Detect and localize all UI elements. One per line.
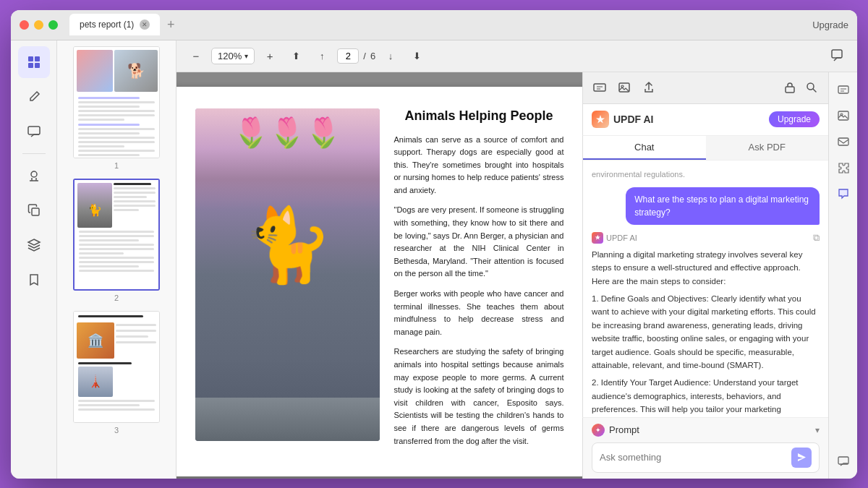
page-last-button[interactable]: ⬇: [406, 45, 427, 67]
svg-point-10: [621, 85, 624, 87]
thumb-line: [78, 150, 155, 152]
svg-rect-4: [28, 127, 40, 134]
page-first-button[interactable]: ⬆: [285, 45, 307, 67]
right-toolbar: [582, 72, 828, 104]
svg-rect-2: [28, 63, 33, 68]
close-button[interactable]: [20, 20, 29, 30]
sidebar-icon-pen[interactable]: [18, 81, 50, 113]
thumb-content-1: 🐕: [74, 47, 159, 158]
svg-rect-8: [594, 84, 605, 91]
minimize-button[interactable]: [34, 20, 43, 30]
thumb-line: [79, 270, 154, 272]
sidebar-icon-grid[interactable]: [18, 46, 50, 78]
pdf-viewer-wrapper: − 120% ▾ + ⬆ ↑ / 6 ↓ ⬇: [176, 40, 857, 479]
tab-close-icon[interactable]: ✕: [140, 20, 150, 30]
sidebar-divider: [22, 153, 46, 154]
pdf-body-text: Animals can serve as a source of comfort…: [394, 134, 564, 448]
thumb-line: [116, 335, 148, 338]
svg-rect-3: [35, 63, 40, 68]
tab-pets-report[interactable]: pets report (1) ✕: [69, 14, 160, 35]
tab-ask-pdf[interactable]: Ask PDF: [706, 136, 829, 160]
ai-title: UPDF AI: [613, 114, 653, 125]
main-area: 🐕: [11, 40, 857, 479]
system-message: environmental regulations.: [592, 169, 820, 180]
pdf-text-column: Animals Helping People Animals can serve…: [394, 108, 564, 455]
thumb-line: [114, 196, 147, 198]
search-icon[interactable]: [801, 77, 822, 98]
ai-avatar: [592, 232, 603, 244]
right-icon-puzzle[interactable]: [832, 156, 855, 179]
page-next-button[interactable]: ↓: [380, 45, 401, 67]
sidebar-icon-bookmark[interactable]: [18, 264, 50, 296]
thumbnail-page-2[interactable]: 🐈: [73, 179, 160, 302]
right-icon-scan[interactable]: [832, 78, 855, 101]
prompt-send-button[interactable]: [791, 448, 812, 468]
thumb-line: [78, 400, 155, 402]
prompt-chevron-icon[interactable]: ▾: [815, 425, 820, 435]
sidebar-icon-comment[interactable]: [18, 116, 50, 147]
page-separator: /: [363, 51, 366, 61]
pdf-area: 🌷🌷🌷 🐈 Animals Helping Pe: [176, 72, 582, 479]
right-icons-column: [828, 72, 857, 479]
right-icon-mail[interactable]: [832, 130, 855, 153]
ai-logo-icon: [592, 111, 609, 128]
share-icon[interactable]: [638, 77, 660, 98]
prompt-dot-icon: ✦: [592, 424, 605, 437]
pdf-page-content: 🌷🌷🌷 🐈 Animals Helping Pe: [195, 108, 564, 455]
zoom-out-button[interactable]: −: [185, 45, 207, 67]
svg-point-5: [31, 171, 37, 177]
page-prev-button[interactable]: ↑: [311, 45, 333, 67]
sidebar-icon-copy[interactable]: [18, 194, 50, 226]
thumb-page-2: 🐈: [73, 179, 160, 291]
traffic-lights: [20, 20, 58, 30]
pdf-image-column: 🌷🌷🌷 🐈: [195, 108, 380, 455]
prompt-label-text: Prompt: [609, 424, 639, 435]
tab-chat[interactable]: Chat: [583, 136, 706, 160]
new-tab-button[interactable]: +: [163, 17, 179, 33]
thumb-line: [78, 408, 155, 411]
thumb-line: [78, 137, 155, 139]
svg-rect-1: [35, 56, 40, 61]
right-icon-chat[interactable]: [832, 182, 855, 205]
page-display: / 6: [337, 48, 375, 64]
thumb-line: [116, 330, 156, 332]
prompt-input-area: [592, 442, 820, 473]
upgrade-button[interactable]: Upgrade: [812, 20, 848, 30]
comment-toolbar-button[interactable]: [827, 45, 848, 67]
scan-icon[interactable]: [589, 77, 610, 98]
thumb-line: [78, 145, 124, 147]
sidebar-icon-layers[interactable]: [18, 229, 50, 261]
thumb-line: [78, 106, 140, 108]
zoom-in-button[interactable]: +: [259, 45, 281, 67]
lock-icon[interactable]: [779, 77, 801, 98]
thumb-line: [114, 209, 139, 211]
prompt-header: ✦ Prompt ▾: [592, 424, 820, 437]
image-icon[interactable]: [613, 77, 635, 98]
thumb-line: [78, 110, 155, 112]
right-icon-image[interactable]: [832, 104, 855, 127]
svg-rect-6: [32, 208, 39, 215]
page-number-input[interactable]: [337, 48, 359, 64]
ai-message-body: Planning a digital marketing strategy in…: [592, 248, 820, 417]
thumb-line: [114, 205, 156, 207]
thumb-content-2: 🐈: [75, 180, 158, 289]
page-total: 6: [370, 51, 375, 61]
thumb-line: [79, 248, 154, 250]
ai-upgrade-button[interactable]: Upgrade: [769, 111, 820, 127]
maximize-button[interactable]: [48, 20, 58, 30]
thumbnail-page-1[interactable]: 🐕: [73, 46, 160, 170]
thumb-line: [78, 404, 140, 406]
prompt-input[interactable]: [600, 452, 786, 463]
thumb-line: [79, 265, 139, 267]
pdf-paragraph-1: Animals can serve as a source of comfort…: [394, 134, 564, 197]
thumb-num-2: 2: [114, 294, 119, 302]
right-icon-comment[interactable]: [832, 450, 855, 473]
copy-icon[interactable]: ⧉: [813, 232, 820, 244]
ai-header: UPDF AI Upgrade: [582, 104, 828, 136]
thumbnail-page-3[interactable]: 🏛️ 🗼: [73, 311, 160, 435]
sidebar-icon-stamp[interactable]: [18, 160, 50, 192]
zoom-display[interactable]: 120% ▾: [211, 48, 255, 64]
svg-rect-14: [838, 111, 848, 120]
thumb-line: [114, 200, 156, 202]
thumb-line: [78, 132, 140, 134]
